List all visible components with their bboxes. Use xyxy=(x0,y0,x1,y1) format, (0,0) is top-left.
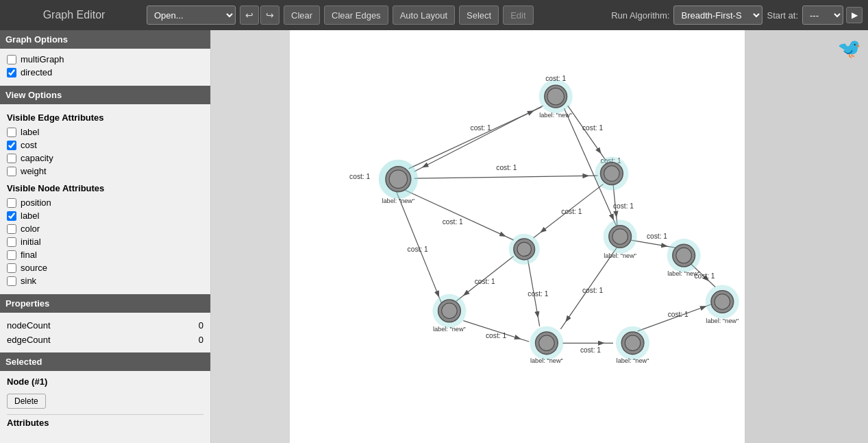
svg-line-5 xyxy=(409,107,542,169)
edit-button[interactable]: Edit xyxy=(503,5,533,25)
node-position-text: position xyxy=(21,197,51,208)
edge-cost-checkbox[interactable] xyxy=(7,141,16,150)
multigraph-checkbox[interactable] xyxy=(7,55,16,64)
svg-text:label: "new": label: "new" xyxy=(706,318,739,324)
edge-capacity-text: capacity xyxy=(21,153,53,163)
undo-redo-group: ↩ ↪ xyxy=(240,5,280,25)
svg-text:cost: 1: cost: 1 xyxy=(528,290,548,298)
svg-text:label: "new": label: "new" xyxy=(617,357,649,364)
svg-text:cost: 1: cost: 1 xyxy=(647,232,667,240)
visible-node-attrs-title: Visible Node Attributes xyxy=(7,183,203,193)
view-options-header: View Options xyxy=(0,86,210,104)
graph-canvas[interactable]: cost: 1 cost: 1 cost: 1 cost: 1 cost: 1 … xyxy=(290,30,745,443)
select-button[interactable]: Select xyxy=(459,5,499,25)
svg-text:label: "new": label: "new" xyxy=(382,197,414,204)
clear-edges-button[interactable]: Clear Edges xyxy=(324,5,388,25)
auto-layout-button[interactable]: Auto Layout xyxy=(393,5,455,25)
edge-count-label: edgeCount xyxy=(7,335,51,345)
svg-text:cost: 1: cost: 1 xyxy=(496,164,517,171)
algorithm-dropdown[interactable]: Breadth-First-S xyxy=(673,5,762,25)
run-section: Run Algorithm: Breadth-First-S Start at:… xyxy=(611,5,863,25)
multigraph-label: multiGraph xyxy=(21,54,64,64)
edge-capacity-checkbox[interactable] xyxy=(7,154,16,163)
run-algorithm-label: Run Algorithm: xyxy=(611,10,669,21)
multigraph-option[interactable]: multiGraph xyxy=(7,54,203,64)
open-dropdown[interactable]: Open... xyxy=(147,5,236,25)
node-attr-initial-option[interactable]: initial xyxy=(7,237,203,247)
edge-label-checkbox[interactable] xyxy=(7,128,16,137)
svg-point-68 xyxy=(676,248,691,263)
node-source-checkbox[interactable] xyxy=(7,263,16,273)
svg-text:label: "new": label: "new" xyxy=(604,252,636,259)
edge-weight-checkbox[interactable] xyxy=(7,167,16,176)
node-sink-checkbox[interactable] xyxy=(7,276,16,286)
properties-header: Properties xyxy=(0,294,210,313)
node-source-text: source xyxy=(21,263,47,273)
svg-text:label: "new": label: "new" xyxy=(667,270,700,277)
edge-count-row: edgeCount 0 xyxy=(7,333,203,347)
run-button[interactable]: ▶ xyxy=(846,7,863,23)
node-attr-position-option[interactable]: position xyxy=(7,197,203,208)
svg-line-3 xyxy=(568,106,606,161)
edge-attr-weight-option[interactable]: weight xyxy=(7,166,203,176)
app-title: Graph Editor xyxy=(5,9,142,21)
directed-option[interactable]: directed xyxy=(7,67,203,77)
node-attr-sink-option[interactable]: sink xyxy=(7,276,203,286)
node-initial-text: initial xyxy=(21,237,41,247)
node-color-checkbox[interactable] xyxy=(7,224,16,234)
svg-point-49 xyxy=(517,242,531,256)
selected-header: Selected xyxy=(0,352,210,371)
svg-point-46 xyxy=(604,166,619,181)
left-panel xyxy=(211,30,290,443)
selected-node-title: Node (#1) xyxy=(7,376,203,387)
selected-content: Node (#1) Delete Attributes xyxy=(0,371,210,433)
node-attr-final-option[interactable]: final xyxy=(7,250,203,260)
edge-attr-capacity-option[interactable]: capacity xyxy=(7,153,203,163)
svg-point-72 xyxy=(715,294,730,309)
node-count-row: nodeCount 0 xyxy=(7,318,203,333)
graph-svg[interactable]: cost: 1 cost: 1 cost: 1 cost: 1 cost: 1 … xyxy=(290,30,745,443)
right-panel: 🐦 xyxy=(745,30,868,443)
view-options-content: Visible Edge Attributes label cost capac… xyxy=(0,104,210,294)
graph-options-content: multiGraph directed xyxy=(0,49,210,86)
node-sink-text: sink xyxy=(21,276,36,286)
start-at-label: Start at: xyxy=(767,10,798,21)
node-final-checkbox[interactable] xyxy=(7,250,16,260)
svg-text:cost: 1: cost: 1 xyxy=(582,287,603,294)
edge-attr-label-option[interactable]: label xyxy=(7,127,203,137)
node-initial-checkbox[interactable] xyxy=(7,237,16,247)
node-attr-label-option[interactable]: label xyxy=(7,211,203,221)
clear-button[interactable]: Clear xyxy=(284,5,320,25)
svg-point-56 xyxy=(442,303,457,318)
svg-point-64 xyxy=(625,335,640,350)
svg-point-52 xyxy=(612,229,628,244)
node-attr-source-option[interactable]: source xyxy=(7,263,203,273)
undo-button[interactable]: ↩ xyxy=(240,5,259,25)
properties-content: nodeCount 0 edgeCount 0 xyxy=(0,313,210,352)
redo-button[interactable]: ↪ xyxy=(260,5,280,25)
canvas-area[interactable]: 🐦 cost: 1 cost: 1 xyxy=(211,30,868,443)
directed-checkbox[interactable] xyxy=(7,68,16,77)
svg-text:cost: 1: cost: 1 xyxy=(545,75,566,82)
svg-text:cost: 1: cost: 1 xyxy=(668,311,689,318)
node-count-value: 0 xyxy=(199,320,203,331)
visible-edge-attrs-title: Visible Edge Attributes xyxy=(7,112,203,123)
edge-label-text: label xyxy=(21,127,39,137)
node-label-checkbox[interactable] xyxy=(7,211,16,221)
edge-attr-cost-option[interactable]: cost xyxy=(7,140,203,150)
start-at-dropdown[interactable]: --- xyxy=(802,5,843,25)
run-icon: ▶ xyxy=(852,10,858,20)
svg-text:label: "new": label: "new" xyxy=(530,357,563,364)
node-count-label: nodeCount xyxy=(7,320,51,331)
svg-point-41 xyxy=(389,170,408,189)
svg-text:cost: 1: cost: 1 xyxy=(475,278,495,285)
node-label-text: label xyxy=(21,211,39,221)
bird-icon: 🐦 xyxy=(837,37,861,60)
svg-text:cost: 1: cost: 1 xyxy=(582,124,603,132)
svg-line-6 xyxy=(414,176,598,178)
directed-label: directed xyxy=(21,67,52,77)
delete-button[interactable]: Delete xyxy=(7,394,46,409)
node-position-checkbox[interactable] xyxy=(7,198,16,208)
svg-text:label: "new": label: "new" xyxy=(539,112,572,119)
node-attr-color-option[interactable]: color xyxy=(7,224,203,234)
